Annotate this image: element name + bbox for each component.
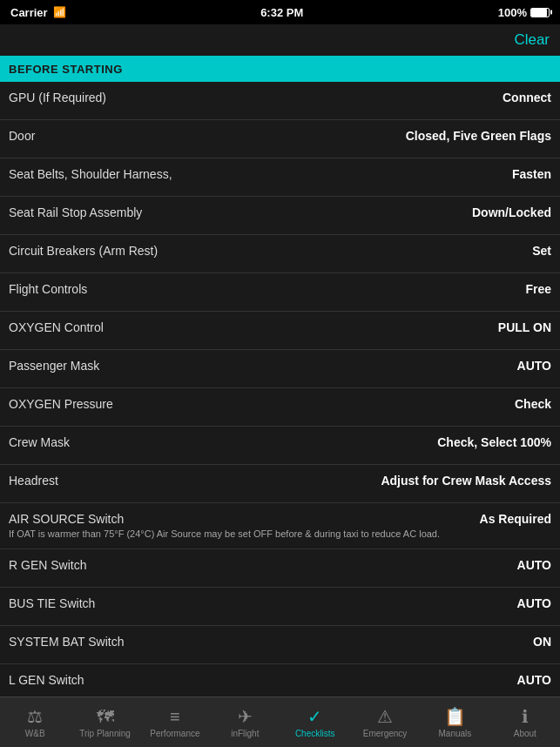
trip-planning-icon: 🗺 <box>97 707 114 727</box>
status-battery-area: 100% <box>498 6 550 19</box>
checklist-item[interactable]: Seat Rail Stop AssemblyDown/Locked <box>0 197 560 235</box>
tab-bar: ⚖W&B🗺Trip Planning≡Performance✈inFlight✓… <box>0 697 560 747</box>
item-value: Down/Locked <box>472 205 551 219</box>
status-carrier: Carrier 📶 <box>10 6 66 19</box>
checklist-item[interactable]: Circuit Breakers (Arm Rest)Set <box>0 235 560 273</box>
manuals-tab-label: Manuals <box>439 729 472 738</box>
checklist-item[interactable]: OXYGEN ControlPULL ON <box>0 312 560 350</box>
checklist-item[interactable]: OXYGEN PressureCheck <box>0 388 560 427</box>
item-label: Seat Rail Stop Assembly <box>9 205 472 219</box>
about-icon: ℹ <box>522 706 529 727</box>
item-value: Check <box>515 397 551 411</box>
item-label: OXYGEN Pressure <box>9 397 515 411</box>
item-label: Headrest <box>9 474 381 488</box>
tab-emergency[interactable]: ⚠Emergency <box>350 697 420 747</box>
wifi-icon: 📶 <box>53 6 66 18</box>
item-value: As Required <box>480 512 551 526</box>
checklist-item[interactable]: Passenger MaskAUTO <box>0 350 560 388</box>
checklist-item[interactable]: HeadrestAdjust for Crew Mask Access <box>0 465 560 503</box>
carrier-text: Carrier <box>10 6 48 19</box>
tab-manuals[interactable]: 📋Manuals <box>420 697 489 747</box>
item-value: AUTO <box>517 359 551 373</box>
checklist-item[interactable]: DoorClosed, Five Green Flags <box>0 120 560 158</box>
item-value: ON <box>533 635 551 649</box>
item-value: AUTO <box>517 596 551 610</box>
checklist-item[interactable]: Seat Belts, Shoulder Harness,Fasten <box>0 158 560 197</box>
wb-tab-label: W&B <box>25 729 45 738</box>
item-value: Free <box>525 282 551 296</box>
checklist-item[interactable]: Crew MaskCheck, Select 100% <box>0 427 560 465</box>
inflight-tab-label: inFlight <box>231 729 259 738</box>
wb-icon: ⚖ <box>27 706 43 727</box>
checklist-scroll[interactable]: GPU (If Required)ConnectDoorClosed, Five… <box>0 82 560 697</box>
item-value: Connect <box>503 91 551 104</box>
item-value: AUTO <box>517 558 551 572</box>
tab-about[interactable]: ℹAbout <box>490 697 560 747</box>
item-value: PULL ON <box>498 320 551 334</box>
item-label: Flight Controls <box>9 282 525 296</box>
emergency-icon: ⚠ <box>377 706 393 727</box>
manuals-icon: 📋 <box>444 706 466 727</box>
performance-tab-label: Performance <box>150 729 199 738</box>
clear-button[interactable]: Clear <box>514 31 550 49</box>
item-label: BUS TIE Switch <box>9 596 517 610</box>
item-label: Crew Mask <box>9 435 437 449</box>
item-value: Set <box>532 244 551 258</box>
item-note: If OAT is warmer than 75°F (24°C) Air So… <box>9 528 440 540</box>
item-label: Passenger Mask <box>9 359 517 373</box>
emergency-tab-label: Emergency <box>363 729 408 738</box>
item-label: AIR SOURCE Switch <box>9 512 480 526</box>
inflight-icon: ✈ <box>238 706 253 727</box>
item-label: L GEN Switch <box>9 673 517 687</box>
item-label: Door <box>9 129 406 143</box>
item-value: Closed, Five Green Flags <box>406 129 551 143</box>
checklist-item[interactable]: AIR SOURCE SwitchAs RequiredIf OAT is wa… <box>0 503 560 549</box>
checklist-item[interactable]: GPU (If Required)Connect <box>0 82 560 120</box>
tab-performance[interactable]: ≡Performance <box>140 697 210 747</box>
checklist-item[interactable]: L GEN SwitchAUTO <box>0 664 560 697</box>
item-label: SYSTEM BAT Switch <box>9 635 533 649</box>
section-header: BEFORE STARTING <box>0 56 560 82</box>
status-time: 6:32 PM <box>260 6 303 19</box>
clear-row: Clear <box>0 24 560 56</box>
trip-planning-tab-label: Trip Planning <box>79 729 131 738</box>
checklist-item[interactable]: SYSTEM BAT SwitchON <box>0 626 560 664</box>
item-label: R GEN Switch <box>9 558 517 572</box>
tab-trip-planning[interactable]: 🗺Trip Planning <box>70 697 139 747</box>
status-bar: Carrier 📶 6:32 PM 100% <box>0 0 560 24</box>
battery-icon <box>530 8 550 17</box>
performance-icon: ≡ <box>170 707 180 727</box>
checklist-item[interactable]: Flight ControlsFree <box>0 273 560 312</box>
item-label: GPU (If Required) <box>9 91 503 104</box>
tab-checklists[interactable]: ✓Checklists <box>280 697 350 747</box>
item-value: Adjust for Crew Mask Access <box>381 474 551 488</box>
tab-wb[interactable]: ⚖W&B <box>0 697 70 747</box>
item-label: Circuit Breakers (Arm Rest) <box>9 244 532 258</box>
checklists-icon: ✓ <box>307 706 322 727</box>
checklists-tab-label: Checklists <box>295 729 335 738</box>
item-label: Seat Belts, Shoulder Harness, <box>9 167 512 181</box>
item-value: Check, Select 100% <box>437 435 551 449</box>
item-value: AUTO <box>517 673 551 687</box>
item-label: OXYGEN Control <box>9 320 498 334</box>
battery-percentage: 100% <box>498 6 527 19</box>
about-tab-label: About <box>514 729 536 738</box>
tab-inflight[interactable]: ✈inFlight <box>210 697 280 747</box>
item-value: Fasten <box>512 167 551 181</box>
section-header-text: BEFORE STARTING <box>9 63 123 76</box>
checklist-item[interactable]: BUS TIE SwitchAUTO <box>0 588 560 626</box>
checklist-item[interactable]: R GEN SwitchAUTO <box>0 549 560 588</box>
